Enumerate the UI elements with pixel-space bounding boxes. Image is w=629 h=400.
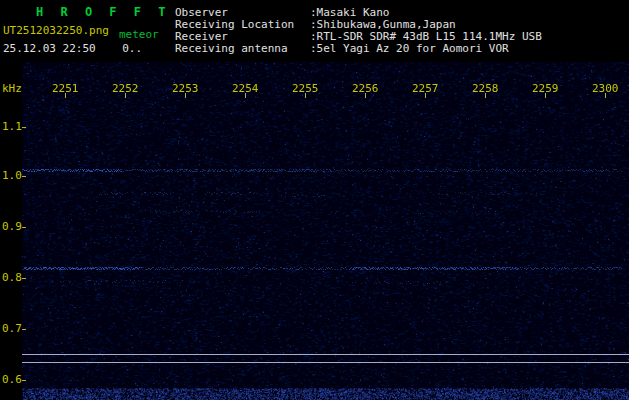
x-tick-label: 2252	[112, 83, 139, 94]
app-title: H R O F F T	[36, 6, 170, 18]
y-tick-label: 0.7	[2, 323, 22, 334]
x-tick-label: 2254	[232, 83, 259, 94]
y-tick-label: 0.9	[2, 221, 22, 232]
y-tick-label: 1.0	[2, 170, 22, 181]
x-tick-label: 2258	[472, 83, 499, 94]
output-filename: UT2512032250.png	[3, 25, 109, 36]
x-tick-label: 2253	[172, 83, 199, 94]
x-tick-label: 2300	[592, 83, 619, 94]
info-label-receiver: Receiver	[175, 31, 228, 42]
x-tick-label: 2256	[352, 83, 379, 94]
x-tick-label: 2255	[292, 83, 319, 94]
y-tick-label: 0.8	[2, 272, 22, 283]
x-tick-label: 2257	[412, 83, 439, 94]
spectrogram-canvas	[22, 62, 629, 400]
info-value-receiver: :RTL-SDR SDR# 43dB L15 114.1MHz USB	[310, 31, 542, 42]
info-value-observer: :Masaki Kano	[310, 7, 389, 18]
datetime-line: 25.12.03 22:50 0..	[3, 43, 142, 54]
info-label-observer: Observer	[175, 7, 228, 18]
info-label-antenna: Receiving antenna	[175, 43, 288, 54]
hrofft-window: H R O F F T UT2512032250.png meteor 25.1…	[0, 0, 629, 400]
x-tick-label: 2259	[532, 83, 559, 94]
info-label-location: Receiving Location	[175, 19, 294, 30]
y-tick-label: 0.6	[2, 374, 22, 385]
y-tick-label: 1.1	[2, 121, 22, 132]
y-axis-unit: kHz	[2, 83, 22, 94]
mode-label: meteor	[119, 29, 159, 40]
info-value-antenna: :5el Yagi Az 20 for Aomori VOR	[310, 43, 509, 54]
info-value-location: :Shibukawa,Gunma,Japan	[310, 19, 456, 30]
x-tick-label: 2251	[52, 83, 79, 94]
